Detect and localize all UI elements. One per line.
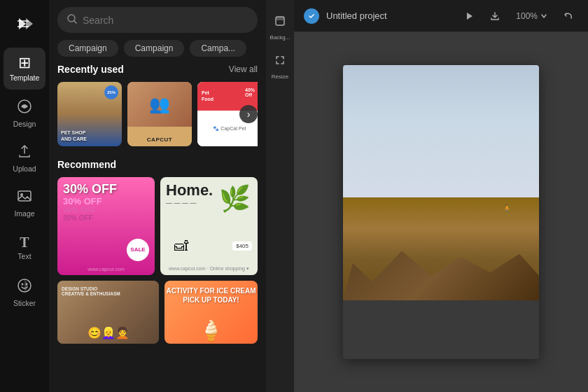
view-all-link[interactable]: View all — [229, 64, 258, 74]
foreground-layer: 🧍 — [343, 197, 539, 300]
recently-used-header: Recently used View all — [57, 64, 258, 75]
pet-food-title: PetFood — [202, 90, 214, 102]
tool-strip: Backg... Resize — [266, 0, 294, 392]
sidebar-item-text-label: Text — [18, 252, 31, 260]
thirty-off-subtext3: 30% OFF — [63, 215, 93, 222]
svg-rect-3 — [18, 191, 31, 201]
panel-content: Recently used View all 25% PET SHOPAND C… — [49, 64, 266, 392]
zoom-value: 100% — [516, 11, 538, 21]
app-logo — [13, 13, 36, 35]
template-panel: Campaign Campaign Campa... Recently used… — [49, 0, 266, 392]
carousel-next-button[interactable]: › — [239, 105, 258, 123]
pet-shop-label: PET SHOPAND CARE — [61, 130, 87, 142]
canvas-image: 🧍 — [343, 65, 539, 359]
left-sidebar: ⊞ Template Design Upload Image T Text St… — [0, 0, 49, 392]
capcut-label: CAPCUT — [127, 136, 192, 143]
recently-grid: 25% PET SHOPAND CARE 👥 CAPCUT — [57, 82, 258, 146]
project-title: Untitled project — [326, 10, 453, 21]
rocks-layer — [343, 239, 539, 300]
icecream-icon: 🍦 — [199, 319, 223, 342]
recommend-card-thirty-off[interactable]: 30% OFF 30% OFF 30% OFF 30% OFF SALE www… — [57, 177, 155, 275]
filter-tag-campaign-2[interactable]: Campaign — [124, 40, 185, 57]
recommend-title: Recommend — [57, 159, 116, 170]
pet-shop-badge: 25% — [104, 85, 118, 99]
design-icon — [17, 99, 32, 117]
filter-tags: Campaign Campaign Campa... — [49, 40, 266, 64]
logo-area[interactable] — [9, 8, 40, 39]
zoom-indicator[interactable]: 100% — [510, 8, 553, 24]
thirty-off-url: www.capcut.com — [57, 267, 155, 272]
recent-card-pet-shop[interactable]: 25% PET SHOPAND CARE — [57, 82, 122, 146]
background-tool-label: Backg... — [267, 34, 293, 41]
sidebar-item-text[interactable]: T Text — [4, 227, 46, 269]
text-icon: T — [20, 235, 29, 249]
home-plant-icon: 🌿 — [219, 184, 251, 214]
tool-item-background[interactable]: Backg... — [267, 7, 293, 43]
sidebar-item-upload[interactable]: Upload — [4, 137, 46, 179]
recommend-grid-row2: DESIGN STUDIOCREATIVE & ENTHUSIASM 😊👱‍♀️… — [57, 281, 258, 344]
thirty-off-sale-badge: SALE — [127, 239, 149, 261]
sidebar-item-sticker[interactable]: Sticker — [4, 272, 46, 314]
studio-people: 😊👱‍♀️🧑‍🦱 — [62, 326, 155, 340]
undo-button[interactable] — [559, 6, 578, 26]
svg-marker-13 — [467, 13, 472, 20]
image-icon — [17, 188, 32, 206]
recommend-card-icecream[interactable]: ACTIVITY FOR ICE CREAMPICK UP TODAY! 🍦 — [164, 281, 258, 344]
sidebar-item-sticker-label: Sticker — [13, 299, 36, 307]
thirty-off-subtext1: 30% OFF — [63, 197, 102, 206]
studio-top-label: DESIGN STUDIOCREATIVE & ENTHUSIASM — [62, 285, 155, 296]
resize-tool-btn[interactable] — [268, 48, 292, 72]
recommend-card-studio[interactable]: DESIGN STUDIOCREATIVE & ENTHUSIASM 😊👱‍♀️… — [57, 281, 159, 344]
filter-tag-campaign-1[interactable]: Campaign — [57, 40, 118, 57]
sidebar-item-image[interactable]: Image — [4, 182, 46, 224]
sidebar-item-template-label: Template — [10, 74, 40, 82]
sidebar-item-design[interactable]: Design — [4, 92, 46, 134]
recent-card-capcut[interactable]: 👥 CAPCUT — [127, 82, 192, 146]
svg-point-6 — [22, 284, 24, 286]
export-button[interactable] — [485, 6, 505, 26]
svg-point-7 — [26, 284, 28, 286]
editor-area: Backg... Resize Untitled project — [266, 0, 588, 392]
figure-icon: 🧍 — [503, 204, 511, 212]
topbar-actions: 100% — [460, 6, 578, 26]
sidebar-item-upload-label: Upload — [13, 164, 36, 173]
recommend-section: Recommend 30% OFF 30% OFF 30% OFF 30% OF… — [57, 159, 258, 344]
recently-used-section: Recently used View all 25% PET SHOPAND C… — [57, 64, 258, 146]
resize-tool-label: Resize — [267, 74, 293, 80]
home-url: www.capcut.com · Online shopping ▾ — [160, 266, 258, 272]
thirty-off-text: 30% OFF — [63, 183, 117, 195]
play-button[interactable] — [460, 6, 479, 26]
canvas-wrapper: Untitled project 100% — [294, 0, 588, 392]
background-tool-btn[interactable] — [268, 9, 292, 33]
icecream-label: ACTIVITY FOR ICE CREAMPICK UP TODAY! — [166, 286, 255, 304]
project-icon — [304, 8, 319, 24]
sky-layer — [343, 65, 539, 197]
pet-food-badge: 40%Off — [242, 86, 258, 99]
sidebar-item-design-label: Design — [13, 120, 36, 128]
recommend-header: Recommend — [57, 159, 258, 170]
thirty-off-subtext2: 30% OFF — [63, 206, 96, 214]
search-input[interactable] — [83, 15, 248, 26]
sidebar-item-image-label: Image — [14, 209, 34, 218]
recommend-card-home[interactable]: Home. — — — — 🌿 🛋 $405 www.capcut.com · … — [160, 177, 258, 275]
tool-item-resize[interactable]: Resize — [267, 46, 293, 83]
upload-icon — [17, 144, 32, 162]
svg-line-9 — [74, 21, 76, 23]
search-bar[interactable] — [57, 7, 258, 33]
sidebar-item-template[interactable]: ⊞ Template — [4, 48, 46, 90]
canvas-topbar: Untitled project 100% — [294, 0, 588, 32]
home-price: $405 — [232, 241, 252, 251]
search-icon — [67, 14, 77, 26]
home-item-icon: 🛋 — [174, 238, 188, 254]
sticker-icon — [17, 278, 32, 296]
recommend-grid-row1: 30% OFF 30% OFF 30% OFF 30% OFF SALE www… — [57, 177, 258, 275]
chevron-down-icon — [540, 13, 547, 20]
svg-rect-11 — [276, 17, 284, 20]
capcut-people-icon: 👥 — [149, 94, 170, 114]
recently-used-title: Recently used — [57, 64, 124, 75]
filter-tag-campaign-3[interactable]: Campa... — [190, 40, 246, 57]
canvas-area[interactable]: 🧍 — [294, 32, 588, 392]
template-icon: ⊞ — [18, 55, 31, 71]
